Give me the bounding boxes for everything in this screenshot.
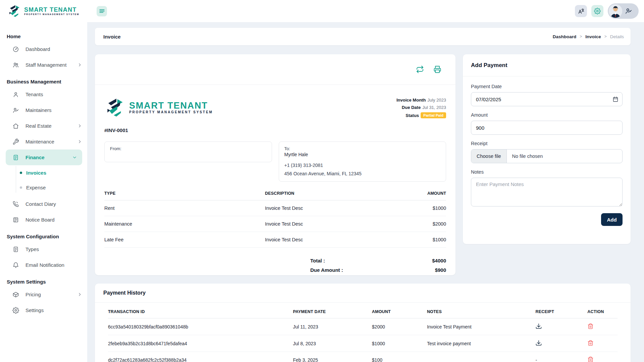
gear-icon (594, 8, 601, 14)
print-icon[interactable] (433, 65, 441, 73)
sidebar-item-maintenance[interactable]: Maintenance (0, 134, 87, 149)
sidebar-subitem-label: Expense (26, 185, 46, 190)
sidebar-item-email-notification[interactable]: Email Notification (0, 257, 87, 273)
download-receipt-icon[interactable] (535, 323, 542, 329)
sidebar-item-contact-diary[interactable]: Contact Diary (0, 196, 87, 212)
breadcrumb-dashboard[interactable]: Dashboard (553, 34, 577, 39)
status-label: Status (406, 113, 419, 118)
person-check-icon (625, 7, 632, 15)
transaction-id: dc2f72ac61283a682fc2c52f388b2a34 (108, 352, 293, 362)
profile-menu[interactable] (608, 3, 639, 19)
sidebar-item-maintainers[interactable]: Maintainers (0, 102, 87, 118)
sidebar-item-label: Tenants (25, 92, 43, 97)
payment-date-input[interactable] (471, 92, 623, 106)
sidebar-item-dashboard[interactable]: Dashboard (0, 41, 87, 57)
sidebar-toggle-button[interactable] (97, 6, 107, 16)
sidebar-item-label: Finance (25, 155, 45, 160)
col-action: ACTION (587, 305, 618, 318)
brand-name: SMART TENANT (129, 101, 213, 110)
chevron-down-icon (72, 155, 77, 160)
payment-date: Jul 8, 2023 (293, 335, 372, 352)
logo-text: SMART TENANT PROPERTY MANAGEMENT SYSTEM (24, 7, 79, 15)
receipt-file-input[interactable]: Choose file No file chosen (471, 149, 623, 163)
sidebar-item-staff-management[interactable]: Staff Management (0, 57, 87, 73)
payment-amount: $1000 (372, 335, 427, 352)
item-type: Rent (104, 200, 265, 216)
notes-label: Notes (471, 169, 623, 175)
brand-tagline: PROPERTY MANAGEMENT SYSTEM (129, 110, 213, 114)
breadcrumb-separator: > (580, 34, 582, 39)
invoice-number: #INV-0001 (104, 127, 446, 133)
sidebar-subitem-expense[interactable]: Expense (0, 180, 87, 195)
breadcrumb: Dashboard > Invoice > Details (553, 34, 624, 39)
item-amount: $2000 (395, 216, 446, 232)
sidebar-item-finance[interactable]: Finance (6, 149, 82, 165)
amount-input[interactable] (471, 121, 623, 135)
item-description: Invoice Test Desc (265, 232, 395, 248)
sidebar-item-label: Real Estate (25, 123, 52, 129)
document-icon (12, 246, 19, 253)
invoice-row: Maintenance Invoice Test Desc $2000 (104, 216, 446, 232)
main-content: Invoice Dashboard > Invoice > Details (87, 22, 644, 362)
payment-history-table: TRANSACTION ID PAYMENT DATE AMOUNT NOTES… (108, 305, 618, 362)
delete-payment-icon[interactable] (587, 323, 594, 329)
total-label: Total : (310, 258, 325, 263)
chevron-right-icon (77, 292, 82, 297)
bullet-icon (20, 186, 22, 189)
language-button[interactable] (575, 5, 587, 17)
bell-icon (12, 262, 19, 268)
breadcrumb-details: Details (610, 34, 624, 39)
person-icon (12, 91, 19, 98)
home-icon (12, 123, 19, 129)
delete-payment-icon[interactable] (587, 340, 594, 346)
brand-name: SMART TENANT (24, 7, 79, 13)
total-value: $4000 (432, 258, 446, 263)
due-amount-label: Due Amount : (310, 267, 343, 273)
to-phone: +1 (319) 313-2081 (284, 163, 441, 168)
sidebar-item-label: Contact Diary (25, 201, 56, 207)
col-type: TYPE (104, 191, 265, 200)
payment-amount: $100 (372, 352, 427, 362)
no-receipt-text: - (535, 352, 587, 362)
transaction-id: 6cc93a540180329bfacf0a890361048b (108, 318, 293, 335)
payment-date: Feb 3, 2025 (293, 352, 372, 362)
sidebar-item-real-estate[interactable]: Real Estate (0, 118, 87, 134)
to-label: To: (284, 146, 441, 151)
choose-file-button[interactable]: Choose file (471, 149, 507, 163)
sidebar-item-settings[interactable]: Settings (0, 302, 87, 318)
sidebar-item-tenants[interactable]: Tenants (0, 86, 87, 102)
invoice-row: Late Fee Invoice Test Desc $1000 (104, 232, 446, 248)
invoice-toolbar (95, 54, 455, 85)
sidebar-item-pricing[interactable]: Pricing (0, 287, 87, 302)
col-transaction-id: TRANSACTION ID (108, 305, 293, 318)
sidebar-item-label: Settings (25, 307, 44, 313)
breadcrumb-invoice[interactable]: Invoice (585, 34, 601, 39)
settings-button[interactable] (591, 5, 603, 17)
sidebar-item-label: Staff Management (25, 62, 66, 68)
logo-mark-icon (104, 97, 126, 118)
sidebar-item-types[interactable]: Types (0, 241, 87, 257)
payment-history-title: Payment History (103, 290, 146, 296)
refresh-icon[interactable] (416, 65, 424, 73)
col-description: DESCRIPTION (265, 191, 395, 200)
bullet-icon (20, 172, 22, 174)
sidebar-subitem-invoices[interactable]: Invoices (0, 165, 87, 180)
download-receipt-icon[interactable] (535, 340, 542, 346)
payment-notes-textarea[interactable] (471, 178, 623, 206)
delete-payment-icon[interactable] (587, 356, 594, 362)
sidebar-item-label: Maintainers (25, 107, 52, 113)
chevron-right-icon (77, 124, 82, 128)
page-title-bar: Invoice Dashboard > Invoice > Details (95, 28, 631, 45)
col-payment-date: PAYMENT DATE (293, 305, 372, 318)
invoice-icon (12, 154, 19, 161)
invoice-logo: SMART TENANT PROPERTY MANAGEMENT SYSTEM (104, 94, 213, 121)
file-chosen-text: No file chosen (507, 149, 548, 163)
sidebar-item-notice-board[interactable]: Notice Board (0, 212, 87, 228)
item-description: Invoice Test Desc (265, 216, 395, 232)
col-amount: AMOUNT (395, 191, 446, 200)
payment-date: Jul 11, 2023 (293, 318, 372, 335)
person-check-icon (12, 107, 19, 114)
payment-history-card: Payment History TRANSACTION ID PAYMENT D… (95, 284, 631, 362)
chevron-right-icon (77, 63, 82, 67)
add-payment-button[interactable]: Add (601, 213, 623, 226)
